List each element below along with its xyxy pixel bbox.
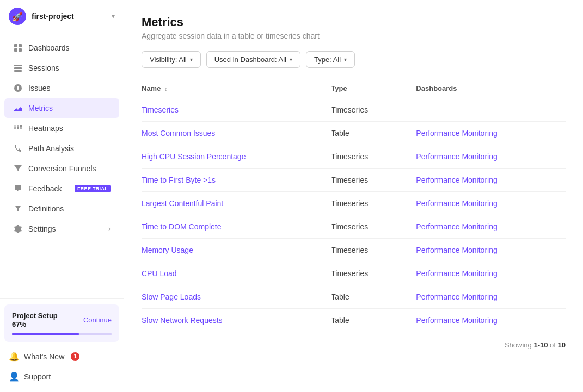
col-header-name[interactable]: Name ↕ xyxy=(142,79,323,98)
heatmaps-icon xyxy=(13,123,23,133)
sidebar: 🚀 first-project ▾ Dashboards Sessions Is… xyxy=(0,0,124,392)
sidebar-header[interactable]: 🚀 first-project ▾ xyxy=(0,0,124,33)
metric-type-cell: Timeseries xyxy=(323,145,408,169)
table-row: Slow Network RequestsTablePerformance Mo… xyxy=(142,309,566,332)
metric-name-link[interactable]: Slow Network Requests xyxy=(142,316,223,325)
metric-name-link[interactable]: Memory Usage xyxy=(142,246,193,254)
dashboard-link[interactable]: Performance Monitoring xyxy=(416,129,497,138)
metric-name-cell: Memory Usage xyxy=(142,239,323,262)
person-icon: 👤 xyxy=(9,371,20,382)
sidebar-item-sessions-label: Sessions xyxy=(28,64,59,72)
dashboard-link[interactable]: Performance Monitoring xyxy=(416,199,497,208)
support-label: Support xyxy=(24,372,51,381)
continue-button[interactable]: Continue xyxy=(83,316,112,324)
sidebar-item-settings-label: Settings xyxy=(28,225,56,233)
sidebar-item-metrics-label: Metrics xyxy=(28,104,53,113)
metric-name-link[interactable]: Time to DOM Complete xyxy=(142,222,222,231)
sidebar-nav: Dashboards Sessions Issues Metrics xyxy=(0,33,124,298)
metric-name-link[interactable]: Timeseries xyxy=(142,105,179,114)
metric-type-cell: Table xyxy=(323,285,408,309)
whats-new-item[interactable]: 🔔 What's New 1 xyxy=(4,346,119,366)
sidebar-item-dashboards-label: Dashboards xyxy=(28,43,70,52)
table-row: TimeseriesTimeseries xyxy=(142,98,566,122)
sidebar-item-issues-label: Issues xyxy=(28,84,50,92)
sort-icon: ↕ xyxy=(164,85,168,92)
table-footer: Showing 1-10 of 10 xyxy=(142,332,566,353)
svg-rect-1 xyxy=(19,44,22,47)
project-setup-title: Project Setup xyxy=(12,312,58,320)
col-header-type: Type xyxy=(323,79,408,98)
metric-name-cell: Time to First Byte >1s xyxy=(142,169,323,192)
metric-type-cell: Table xyxy=(323,122,408,145)
dashboard-link[interactable]: Performance Monitoring xyxy=(416,246,497,254)
metric-name-link[interactable]: Slow Page Loads xyxy=(142,293,201,301)
dashboard-link[interactable]: Performance Monitoring xyxy=(416,293,497,301)
issues-icon xyxy=(13,83,23,93)
sidebar-logo: 🚀 xyxy=(9,8,26,25)
metric-name-link[interactable]: Most Common Issues xyxy=(142,129,215,138)
metric-name-link[interactable]: High CPU Session Percentage xyxy=(142,152,246,161)
metric-type-cell: Timeseries xyxy=(323,192,408,215)
sidebar-footer: Project Setup 67% Continue 🔔 What's New … xyxy=(0,298,124,392)
sidebar-item-definitions-label: Definitions xyxy=(28,204,64,213)
used-in-dashboard-chevron-icon: ▾ xyxy=(290,57,292,63)
type-filter[interactable]: Type: All ▾ xyxy=(306,51,355,68)
dashboard-link[interactable]: Performance Monitoring xyxy=(416,152,497,161)
page-title: Metrics xyxy=(142,15,566,29)
type-filter-label: Type: All xyxy=(314,55,341,64)
definitions-icon xyxy=(13,204,23,214)
sidebar-item-issues[interactable]: Issues xyxy=(4,78,119,98)
metric-dashboard-cell: Performance Monitoring xyxy=(408,215,566,239)
used-in-dashboard-filter[interactable]: Used in Dashboard: All ▾ xyxy=(206,51,300,68)
sidebar-item-metrics[interactable]: Metrics xyxy=(4,98,119,118)
visibility-filter[interactable]: Visibility: All ▾ xyxy=(142,51,201,68)
dashboard-link[interactable]: Performance Monitoring xyxy=(416,222,497,231)
svg-rect-9 xyxy=(20,125,22,127)
svg-rect-12 xyxy=(20,127,22,129)
metric-name-cell: Largest Contentful Paint xyxy=(142,192,323,215)
col-header-dashboards: Dashboards xyxy=(408,79,566,98)
sidebar-item-dashboards[interactable]: Dashboards xyxy=(4,38,119,58)
metric-name-cell: Slow Page Loads xyxy=(142,285,323,309)
progress-bar-fill xyxy=(12,333,79,335)
whats-new-label: What's New xyxy=(24,352,64,361)
metric-dashboard-cell: Performance Monitoring xyxy=(408,145,566,169)
svg-rect-0 xyxy=(14,44,17,47)
metric-type-cell: Table xyxy=(323,309,408,332)
used-in-dashboard-filter-label: Used in Dashboard: All xyxy=(214,55,286,64)
settings-icon xyxy=(13,224,23,234)
metric-name-cell: Slow Network Requests xyxy=(142,309,323,332)
whats-new-notification-badge: 1 xyxy=(71,352,79,361)
table-header-row: Name ↕ Type Dashboards xyxy=(142,79,566,98)
sidebar-item-feedback-label: Feedback xyxy=(28,184,62,193)
support-item[interactable]: 👤 Support xyxy=(4,366,119,387)
metric-type-cell: Timeseries xyxy=(323,262,408,285)
dashboard-link[interactable]: Performance Monitoring xyxy=(416,269,497,278)
table-row: Most Common IssuesTablePerformance Monit… xyxy=(142,122,566,145)
metric-type-cell: Timeseries xyxy=(323,239,408,262)
sidebar-item-settings[interactable]: Settings › xyxy=(4,219,119,239)
dashboard-link[interactable]: Performance Monitoring xyxy=(416,176,497,184)
svg-rect-4 xyxy=(14,65,22,66)
metric-name-link[interactable]: Time to First Byte >1s xyxy=(142,176,216,184)
sidebar-item-sessions[interactable]: Sessions xyxy=(4,58,119,78)
sidebar-item-path-analysis[interactable]: Path Analysis xyxy=(4,139,119,158)
svg-rect-8 xyxy=(17,125,19,127)
table-row: CPU LoadTimeseriesPerformance Monitoring xyxy=(142,262,566,285)
of-label: of xyxy=(550,341,556,349)
metrics-icon xyxy=(13,103,23,113)
metric-name-link[interactable]: Largest Contentful Paint xyxy=(142,199,223,208)
metric-name-cell: Most Common Issues xyxy=(142,122,323,145)
main-content: Metrics Aggregate session data in a tabl… xyxy=(124,0,583,392)
metric-dashboard-cell: Performance Monitoring xyxy=(408,192,566,215)
funnels-icon xyxy=(13,164,23,173)
metric-dashboard-cell: Performance Monitoring xyxy=(408,262,566,285)
sidebar-item-heatmaps[interactable]: Heatmaps xyxy=(4,119,119,138)
sidebar-item-conversion-funnels[interactable]: Conversion Funnels xyxy=(4,159,119,178)
dashboard-link[interactable]: Performance Monitoring xyxy=(416,316,497,325)
sidebar-item-definitions[interactable]: Definitions xyxy=(4,199,119,219)
metric-name-link[interactable]: CPU Load xyxy=(142,269,177,278)
table-body: TimeseriesTimeseriesMost Common IssuesTa… xyxy=(142,98,566,332)
table-row: High CPU Session PercentageTimeseriesPer… xyxy=(142,145,566,169)
sidebar-item-feedback[interactable]: Feedback FREE TRIAL xyxy=(4,179,119,198)
